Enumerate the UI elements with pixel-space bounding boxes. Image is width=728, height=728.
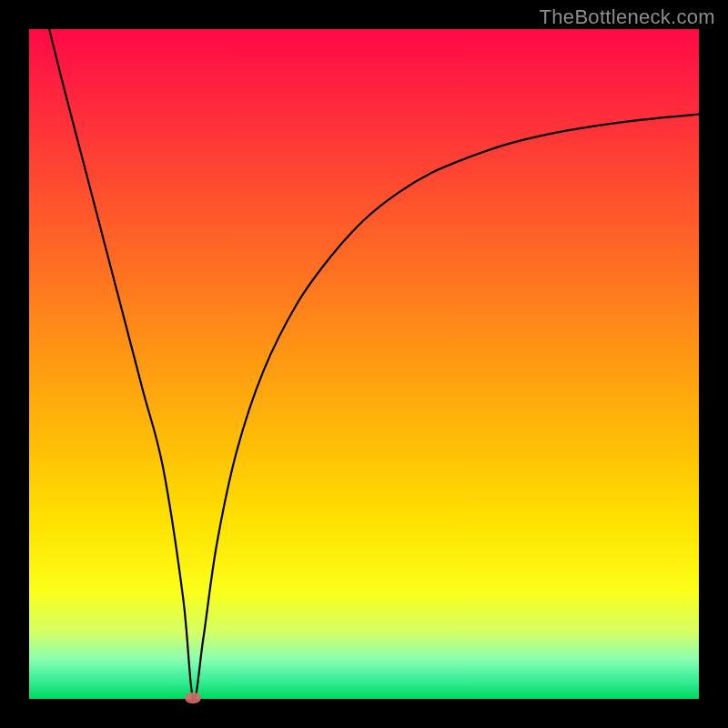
watermark-text: TheBottleneck.com xyxy=(540,5,715,29)
chart-frame: TheBottleneck.com xyxy=(0,0,728,728)
bottleneck-curve xyxy=(49,29,699,699)
curve-layer xyxy=(29,29,699,699)
curve-minimum-marker xyxy=(185,693,201,703)
plot-area xyxy=(29,29,699,699)
